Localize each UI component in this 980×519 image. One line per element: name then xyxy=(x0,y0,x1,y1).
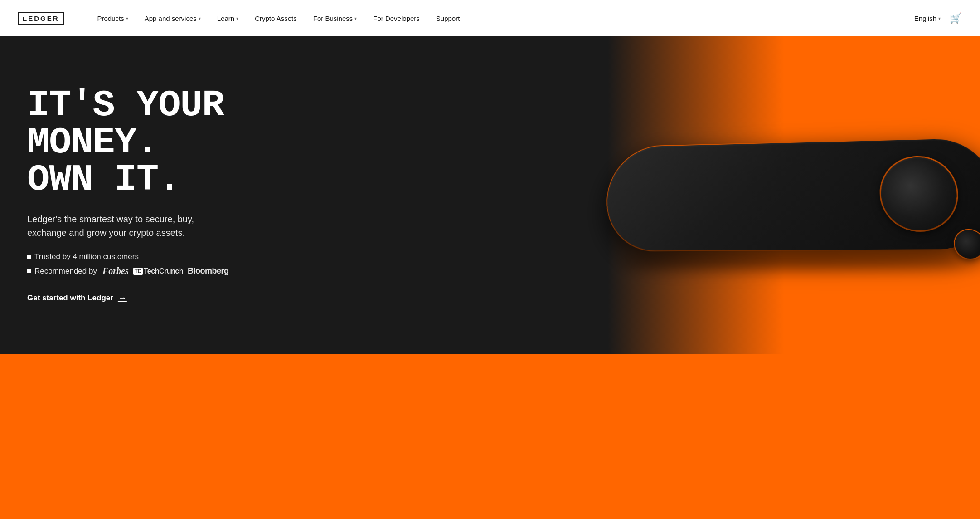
hero-bullets: Trusted by 4 million customers Recommend… xyxy=(27,252,267,276)
language-selector[interactable]: English ▾ xyxy=(914,15,941,22)
hero-content: IT'S YOUR MONEY. OWN IT. Ledger's the sm… xyxy=(0,51,295,339)
navbar: LEDGER Products ▾ App and services ▾ Lea… xyxy=(0,0,980,36)
hero-headline: IT'S YOUR MONEY. OWN IT. xyxy=(27,87,267,199)
chevron-down-icon: ▾ xyxy=(236,16,238,21)
hero-section: IT'S YOUR MONEY. OWN IT. Ledger's the sm… xyxy=(0,36,980,354)
device-body xyxy=(604,138,980,251)
device-button xyxy=(880,157,959,230)
list-item: Trusted by 4 million customers xyxy=(27,252,267,261)
techcrunch-logo: TC TechCrunch xyxy=(133,267,183,275)
tc-icon: TC xyxy=(133,268,143,275)
cart-button[interactable]: 🛒 xyxy=(950,12,962,24)
get-started-button[interactable]: Get started with Ledger → xyxy=(27,293,127,303)
chevron-down-icon: ▾ xyxy=(354,16,357,21)
media-logos: Forbes TC TechCrunch Bloomberg xyxy=(102,266,228,276)
list-item: Recommended by Forbes TC TechCrunch Bloo… xyxy=(27,266,267,276)
chevron-down-icon: ▾ xyxy=(938,16,941,21)
chevron-down-icon: ▾ xyxy=(199,16,201,21)
hero-subtitle: Ledger's the smartest way to secure, buy… xyxy=(27,212,236,240)
arrow-icon: → xyxy=(118,293,127,303)
device-shadow xyxy=(620,254,980,269)
logo[interactable]: LEDGER xyxy=(18,12,64,25)
bullet-icon xyxy=(27,269,31,273)
nav-links: Products ▾ App and services ▾ Learn ▾ Cr… xyxy=(91,11,914,26)
ledger-device xyxy=(602,120,980,269)
device-port xyxy=(954,230,980,259)
nav-item-for-business[interactable]: For Business ▾ xyxy=(307,11,364,26)
nav-item-products[interactable]: Products ▾ xyxy=(91,11,135,26)
forbes-logo: Forbes xyxy=(102,266,129,276)
nav-item-learn[interactable]: Learn ▾ xyxy=(211,11,245,26)
nav-right: English ▾ 🛒 xyxy=(914,12,962,24)
nav-item-for-developers[interactable]: For Developers xyxy=(367,11,426,26)
nav-item-app-services[interactable]: App and services ▾ xyxy=(138,11,207,26)
bloomberg-logo: Bloomberg xyxy=(188,266,229,276)
logo-text: LEDGER xyxy=(18,12,64,25)
nav-item-support[interactable]: Support xyxy=(430,11,466,26)
nav-item-crypto-assets[interactable]: Crypto Assets xyxy=(248,11,303,26)
bullet-icon xyxy=(27,255,31,259)
chevron-down-icon: ▾ xyxy=(126,16,128,21)
